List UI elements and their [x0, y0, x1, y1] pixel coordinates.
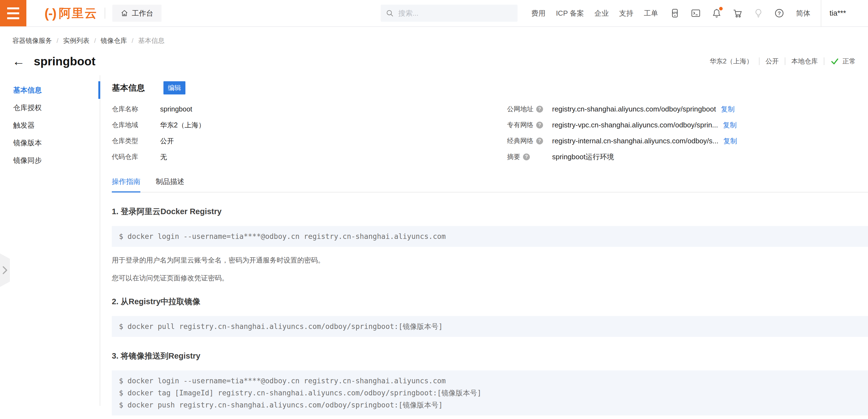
top-nav: (-) 阿里云 工作台 费用 ICP 备案 企业 支持: [0, 0, 868, 27]
content-area: 基本信息 仓库授权 触发器 镜像版本 镜像同步 基本信息 编辑 仓库名: [0, 75, 868, 406]
field-label-repo-name: 仓库名称: [112, 105, 160, 114]
bell-icon[interactable]: [711, 8, 722, 19]
workbench-button[interactable]: 工作台: [112, 5, 161, 22]
info-row: 仓库名称 springboot 公网地址 ? registry.cn-shang…: [112, 101, 868, 117]
nav-link-icp[interactable]: ICP 备案: [556, 8, 584, 18]
repo-meta: 华东2（上海） 公开 本地仓库 正常: [710, 57, 856, 66]
breadcrumb-item-instances[interactable]: 实例列表: [63, 36, 90, 45]
nav-links: 费用 ICP 备案 企业 支持 工单: [531, 8, 658, 18]
aliyun-console-page: (-) 阿里云 工作台 费用 ICP 备案 企业 支持: [0, 0, 868, 419]
tab-operation-guide[interactable]: 操作指南: [112, 177, 141, 192]
info-row: 仓库地域 华东2（上海） 专有网络 ? registry-vpc.cn-shan…: [112, 117, 868, 133]
svg-text:?: ?: [778, 10, 781, 16]
repo-region: 华东2（上海）: [710, 57, 753, 66]
breadcrumb-separator: /: [57, 37, 59, 44]
field-value-repo-name: springboot: [160, 105, 507, 113]
sidebar-item-repo-auth[interactable]: 仓库授权: [0, 99, 100, 117]
field-value-summary: springboot运行环境: [552, 152, 614, 162]
breadcrumb-item-current: 基本信息: [138, 36, 164, 45]
field-label-repo-region: 仓库地域: [112, 121, 160, 129]
guide-section-1-heading: 1. 登录阿里云Docker Registry: [112, 206, 868, 217]
user-account[interactable]: tia***: [821, 0, 868, 26]
workbench-label: 工作台: [132, 8, 153, 18]
help-icon[interactable]: ?: [523, 154, 530, 160]
help-icon[interactable]: ?: [774, 8, 784, 19]
field-label-vpc-endpoint: 专有网络 ?: [507, 121, 552, 129]
breadcrumb-separator: /: [94, 37, 96, 44]
home-icon: [121, 9, 128, 17]
hamburger-menu-button[interactable]: [0, 0, 26, 26]
status-text: 正常: [842, 57, 856, 66]
operation-guide: 1. 登录阿里云Docker Registry $ docker login -…: [112, 206, 868, 419]
copy-link[interactable]: 复制: [723, 121, 737, 130]
nav-icon-group: APP: [670, 8, 784, 19]
repo-type: 公开: [766, 57, 779, 66]
field-label-repo-type: 仓库类型: [112, 136, 160, 145]
notification-dot: [719, 7, 723, 10]
aliyun-logo[interactable]: (-) 阿里云: [44, 5, 97, 22]
svg-text:APP: APP: [672, 11, 678, 14]
basic-info-grid: 仓库名称 springboot 公网地址 ? registry.cn-shang…: [112, 101, 868, 165]
field-value-public-endpoint: registry.cn-shanghai.aliyuncs.com/odboy/…: [552, 105, 735, 114]
help-icon[interactable]: ?: [536, 106, 543, 112]
nav-link-enterprise[interactable]: 企业: [594, 8, 609, 18]
status-badge: 正常: [830, 57, 856, 66]
tab-artifact-description[interactable]: 制品描述: [156, 177, 184, 192]
sidebar-item-image-sync[interactable]: 镜像同步: [0, 152, 100, 169]
page-header: ← springboot 华东2（上海） 公开 本地仓库 正常: [12, 55, 856, 68]
guide-section-3-heading: 3. 将镜像推送到Registry: [112, 351, 868, 362]
nav-divider: [105, 8, 105, 19]
copy-link[interactable]: 复制: [723, 136, 737, 146]
page-title: springboot: [34, 56, 96, 67]
field-value-repo-type: 公开: [160, 136, 507, 146]
breadcrumb-item-service[interactable]: 容器镜像服务: [12, 36, 52, 45]
language-switcher[interactable]: 简体: [796, 8, 810, 18]
section-title: 基本信息: [112, 83, 145, 94]
field-value-classic-endpoint: registry-internal.cn-shanghai.aliyuncs.c…: [552, 136, 737, 146]
basic-info-header: 基本信息 编辑: [112, 81, 868, 94]
tab-bar: 操作指南 制品描述: [112, 177, 868, 192]
guide-section-2-heading: 2. 从Registry中拉取镜像: [112, 296, 868, 307]
field-value-code-repo: 无: [160, 152, 507, 161]
info-row: 代码仓库 无 摘要 ? springboot运行环境: [112, 149, 868, 165]
code-block-pull: $ docker pull registry.cn-shanghai.aliyu…: [112, 316, 868, 337]
code-block-push: $ docker login --username=tia****@odboy.…: [112, 370, 868, 415]
field-label-summary: 摘要 ?: [507, 152, 552, 161]
aliyun-logo-text: 阿里云: [59, 5, 97, 22]
terminal-icon[interactable]: [690, 8, 701, 19]
cart-icon[interactable]: [732, 8, 743, 19]
nav-link-support[interactable]: 支持: [619, 8, 633, 18]
field-label-classic-endpoint: 经典网络 ?: [507, 136, 552, 145]
app-icon[interactable]: APP: [670, 8, 680, 19]
help-icon[interactable]: ?: [536, 122, 543, 129]
breadcrumb-item-repos[interactable]: 镜像仓库: [100, 36, 127, 45]
field-label-public-endpoint: 公网地址 ?: [507, 105, 552, 114]
field-value-vpc-endpoint: registry-vpc.cn-shanghai.aliyuncs.com/od…: [552, 121, 737, 130]
nav-link-tickets[interactable]: 工单: [644, 8, 658, 18]
breadcrumb-separator: /: [131, 37, 133, 44]
info-row: 仓库类型 公开 经典网络 ? registry-internal.cn-shan…: [112, 133, 868, 149]
sidebar-item-triggers[interactable]: 触发器: [0, 117, 100, 134]
sidebar-expander-tab[interactable]: [0, 253, 10, 287]
search-icon: [386, 9, 394, 17]
aliyun-logo-mark: (-): [44, 6, 56, 21]
back-arrow-icon[interactable]: ←: [12, 55, 25, 68]
repo-kind: 本地仓库: [792, 57, 818, 66]
sidebar-item-basic-info[interactable]: 基本信息: [0, 81, 100, 99]
nav-link-fees[interactable]: 费用: [531, 8, 546, 18]
lightbulb-icon[interactable]: [753, 8, 764, 19]
breadcrumb: 容器镜像服务 / 实例列表 / 镜像仓库 / 基本信息: [12, 36, 868, 45]
field-value-repo-region: 华东2（上海）: [160, 121, 507, 130]
guide-paragraph: 您可以在访问凭证页面修改凭证密码。: [112, 273, 868, 283]
help-icon[interactable]: ?: [536, 137, 543, 144]
search-input[interactable]: [398, 9, 513, 18]
field-label-code-repo: 代码仓库: [112, 152, 160, 161]
main-panel: 基本信息 编辑 仓库名称 springboot 公网地址 ? registry.…: [100, 75, 868, 406]
sidebar: 基本信息 仓库授权 触发器 镜像版本 镜像同步: [0, 75, 100, 406]
code-block-login: $ docker login --username=tia****@odboy.…: [112, 226, 868, 247]
copy-link[interactable]: 复制: [721, 105, 735, 114]
global-search-box: [381, 5, 518, 22]
chevron-right-icon: [2, 265, 8, 275]
edit-button[interactable]: 编辑: [163, 81, 185, 94]
sidebar-item-image-versions[interactable]: 镜像版本: [0, 134, 100, 152]
